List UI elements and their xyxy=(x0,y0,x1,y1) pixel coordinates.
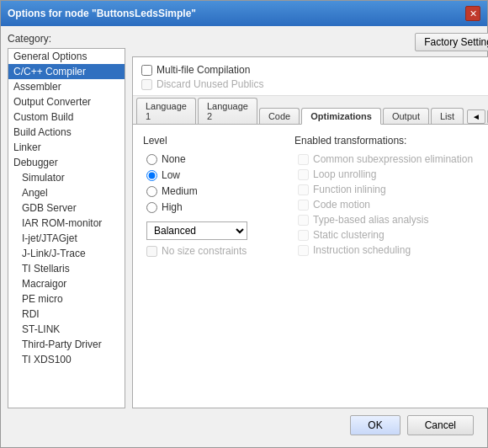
transformations-section: Enabled transformations: Common subexpre… xyxy=(294,135,488,397)
tab-list[interactable]: List xyxy=(431,108,464,124)
radio-label-low: Low xyxy=(162,169,180,181)
trans-label-5: Static clustering xyxy=(313,229,385,241)
category-item-iar-rom-monitor[interactable]: IAR ROM-monitor xyxy=(8,216,125,231)
category-item-simulator[interactable]: Simulator xyxy=(8,170,125,185)
dialog-body: Category: General OptionsC/C++ CompilerA… xyxy=(1,26,487,447)
radio-label-medium: Medium xyxy=(162,185,198,197)
discard-label: Discard Unused Publics xyxy=(156,78,263,90)
category-item-st-link[interactable]: ST-LINK xyxy=(8,322,125,337)
category-item-output-converter[interactable]: Output Converter xyxy=(8,94,125,109)
balanced-dropdown[interactable]: BalancedSpeedSize xyxy=(146,221,247,240)
top-row: Factory Settings xyxy=(132,33,488,51)
level-title: Level xyxy=(143,135,278,147)
radio-none[interactable] xyxy=(146,154,157,165)
trans-label-0: Common subexpression elimination xyxy=(313,153,473,165)
trans-checkbox-6[interactable] xyxy=(298,245,309,256)
category-item-ti-xds100[interactable]: TI XDS100 xyxy=(8,352,125,367)
dialog-window: Options for node "ButtonsLedsSimple" ✕ C… xyxy=(0,0,488,448)
trans-item-6: Instruction scheduling xyxy=(298,244,488,256)
discard-row: Discard Unused Publics xyxy=(141,78,488,90)
radio-item-medium: Medium xyxy=(146,185,278,197)
dialog-content: Category: General OptionsC/C++ CompilerA… xyxy=(8,33,480,408)
trans-checkbox-5[interactable] xyxy=(298,230,309,241)
category-item-pe-micro[interactable]: PE micro xyxy=(8,291,125,307)
radio-item-none: None xyxy=(146,153,278,165)
multi-file-row: Multi-file Compilation xyxy=(141,64,488,76)
trans-checkbox-3[interactable] xyxy=(298,200,309,211)
radio-item-low: Low xyxy=(146,169,278,181)
trans-checkbox-1[interactable] xyxy=(298,169,309,180)
category-item-build-actions[interactable]: Build Actions xyxy=(8,125,125,140)
dialog-footer: OK Cancel xyxy=(8,408,480,440)
trans-label-1: Loop unrolling xyxy=(313,168,376,180)
trans-label-3: Code motion xyxy=(313,199,370,211)
radio-label-high: High xyxy=(162,201,183,213)
category-item-cc-compiler[interactable]: C/C++ Compiler xyxy=(8,64,125,79)
trans-item-4: Type-based alias analysis xyxy=(298,214,488,226)
category-panel: Category: General OptionsC/C++ CompilerA… xyxy=(8,33,125,408)
trans-label-6: Instruction scheduling xyxy=(313,244,411,256)
tab-code[interactable]: Code xyxy=(259,108,300,124)
tab-optimizations[interactable]: Optimizations xyxy=(301,108,381,125)
category-item-jlink[interactable]: J-Link/J-Trace xyxy=(8,246,125,261)
category-item-assembler[interactable]: Assembler xyxy=(8,79,125,94)
trans-item-2: Function inlining xyxy=(298,184,488,195)
factory-settings-button[interactable]: Factory Settings xyxy=(415,33,488,51)
transformations-list: Common subexpression eliminationLoop unr… xyxy=(298,153,488,256)
cancel-button[interactable]: Cancel xyxy=(407,415,474,435)
no-size-row: No size constraints xyxy=(146,245,278,257)
tabs-row: Language 1Language 2CodeOptimizationsOut… xyxy=(133,96,488,125)
discard-checkbox[interactable] xyxy=(141,79,152,90)
tab-content: Level NoneLowMediumHigh BalancedSpeedSiz… xyxy=(133,125,488,408)
category-item-third-party[interactable]: Third-Party Driver xyxy=(8,337,125,352)
tab-nav-prev[interactable]: ◄ xyxy=(467,109,485,124)
trans-label-4: Type-based alias analysis xyxy=(313,214,428,226)
level-radio-group: NoneLowMediumHigh xyxy=(146,153,278,213)
tab-language2[interactable]: Language 2 xyxy=(198,98,257,124)
category-item-rdi[interactable]: RDI xyxy=(8,307,125,322)
category-item-ti-stellaris[interactable]: TI Stellaris xyxy=(8,261,125,276)
radio-item-high: High xyxy=(146,201,278,213)
category-item-macraigor[interactable]: Macraigor xyxy=(8,276,125,291)
trans-checkbox-2[interactable] xyxy=(298,184,309,195)
ok-button[interactable]: OK xyxy=(350,415,400,435)
dialog-title: Options for node "ButtonsLedsSimple" xyxy=(8,8,196,19)
title-bar: Options for node "ButtonsLedsSimple" ✕ xyxy=(1,1,487,26)
category-item-custom-build[interactable]: Custom Build xyxy=(8,109,125,125)
category-list: General OptionsC/C++ CompilerAssemblerOu… xyxy=(8,48,125,408)
trans-item-1: Loop unrolling xyxy=(298,168,488,180)
trans-item-5: Static clustering xyxy=(298,229,488,241)
radio-label-none: None xyxy=(162,153,186,165)
multi-file-label: Multi-file Compilation xyxy=(156,64,250,76)
category-item-linker[interactable]: Linker xyxy=(8,140,125,155)
multi-file-checkbox[interactable] xyxy=(141,65,152,76)
dropdown-row: BalancedSpeedSize xyxy=(146,221,278,240)
radio-high[interactable] xyxy=(146,202,157,213)
close-button[interactable]: ✕ xyxy=(465,6,480,21)
category-item-angel[interactable]: Angel xyxy=(8,185,125,200)
category-item-general-options[interactable]: General Options xyxy=(8,49,125,64)
trans-item-3: Code motion xyxy=(298,199,488,211)
transformations-title: Enabled transformations: xyxy=(294,135,488,147)
tab-output[interactable]: Output xyxy=(383,108,429,124)
trans-checkbox-0[interactable] xyxy=(298,154,309,165)
tab-language1[interactable]: Language 1 xyxy=(136,98,196,124)
no-size-label: No size constraints xyxy=(162,245,247,257)
radio-low[interactable] xyxy=(146,170,157,181)
no-size-checkbox[interactable] xyxy=(146,246,157,257)
trans-item-0: Common subexpression elimination xyxy=(298,153,488,165)
trans-checkbox-4[interactable] xyxy=(298,215,309,226)
main-panel: Factory Settings Multi-file Compilation … xyxy=(132,33,488,408)
checkboxes-row: Multi-file Compilation Discard Unused Pu… xyxy=(133,57,488,96)
trans-label-2: Function inlining xyxy=(313,184,386,195)
category-item-gdb-server[interactable]: GDB Server xyxy=(8,200,125,216)
category-item-debugger[interactable]: Debugger xyxy=(8,155,125,170)
radio-medium[interactable] xyxy=(146,186,157,197)
category-label: Category: xyxy=(8,33,125,45)
category-item-i-jet[interactable]: I-jet/JTAGjet xyxy=(8,231,125,246)
level-section: Level NoneLowMediumHigh BalancedSpeedSiz… xyxy=(143,135,278,397)
options-box: Multi-file Compilation Discard Unused Pu… xyxy=(132,56,488,408)
